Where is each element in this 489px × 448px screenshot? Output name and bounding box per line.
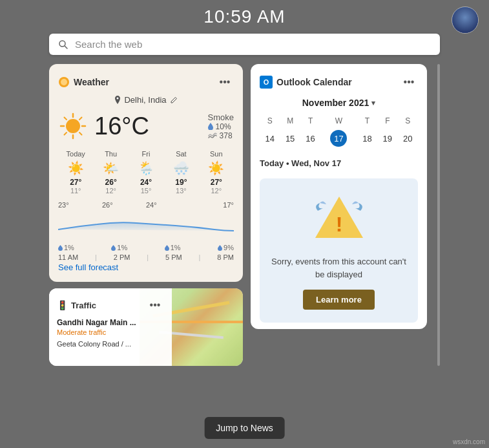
cal-day-16[interactable]: 16 bbox=[300, 127, 320, 149]
humidity-row: 10% bbox=[208, 122, 234, 131]
weather-temperature: 16°C bbox=[94, 112, 149, 140]
svg-line-13 bbox=[65, 133, 67, 135]
calendar-error-icon: ! bbox=[310, 191, 368, 246]
forecast-sun: Sun ☀️ 27° 12° bbox=[199, 150, 234, 195]
traffic-card: 🚦 Traffic ••• Gandhi Nagar Main ... Mode… bbox=[49, 288, 243, 366]
outlook-card: O Outlook Calendar ••• November 2021 ▾ S… bbox=[251, 64, 427, 329]
humidity-value: 10% bbox=[216, 122, 231, 131]
traffic-title-row: 🚦 Traffic ••• bbox=[57, 296, 164, 314]
cal-header-w: W bbox=[320, 114, 357, 127]
weather-location: Delhi, India bbox=[58, 95, 234, 105]
rain-icon bbox=[111, 245, 116, 251]
left-column: Weather ••• Delhi, India bbox=[49, 64, 243, 366]
forecast-fri: Fri 🌦️ 24° 15° bbox=[129, 150, 163, 195]
weather-more-button[interactable]: ••• bbox=[216, 73, 234, 91]
aqi-row: 378 bbox=[208, 131, 234, 140]
cal-day-15[interactable]: 15 bbox=[280, 127, 300, 149]
forecast-sat: Sat 🌨️ 19° 13° bbox=[163, 150, 198, 195]
traffic-icon: 🚦 bbox=[57, 300, 68, 310]
time-row: 11 AM | 2 PM | 5 PM | 8 PM bbox=[58, 253, 234, 261]
outlook-header: O Outlook Calendar ••• bbox=[260, 73, 418, 91]
cal-header-t2: T bbox=[357, 114, 377, 127]
traffic-title: Traffic bbox=[71, 301, 96, 310]
avatar-inner bbox=[452, 7, 478, 33]
svg-point-3 bbox=[61, 79, 67, 85]
road2-name: Geeta Colony Road / ... bbox=[57, 340, 164, 348]
forecast-today: Today ☀️ 27° 11° bbox=[58, 150, 93, 195]
cal-header-m: M bbox=[280, 114, 300, 127]
rain-drop-icon bbox=[208, 123, 213, 130]
rain-icon bbox=[165, 245, 169, 251]
chart-labels: 23° 26° 24° 17° bbox=[58, 201, 234, 209]
forecast-thu: Thu 🌤️ 26° 12° bbox=[93, 150, 128, 195]
scrollbar-divider bbox=[437, 64, 440, 366]
cal-day-17-today[interactable]: 17 bbox=[320, 127, 357, 149]
avatar[interactable] bbox=[452, 6, 479, 34]
calendar-error-text: Sorry, events from this account can't be… bbox=[270, 255, 408, 281]
calendar-week-row: 14 15 16 17 18 19 20 bbox=[260, 127, 418, 149]
cal-header-s: S bbox=[260, 114, 280, 127]
aqi-value: 378 bbox=[220, 131, 233, 140]
edit-icon[interactable] bbox=[170, 96, 178, 104]
error-icon-wrap: ! bbox=[270, 191, 408, 246]
cal-header-t1: T bbox=[300, 114, 320, 127]
cal-day-14[interactable]: 14 bbox=[260, 127, 280, 149]
smoke-label: Smoke bbox=[208, 112, 234, 122]
see-full-forecast-link[interactable]: See full forecast bbox=[58, 262, 118, 272]
svg-line-11 bbox=[79, 133, 82, 135]
svg-point-4 bbox=[117, 98, 119, 100]
outlook-title-row: O Outlook Calendar bbox=[260, 76, 352, 89]
cal-header-f: F bbox=[377, 114, 397, 127]
right-column: O Outlook Calendar ••• November 2021 ▾ S… bbox=[251, 64, 427, 366]
svg-point-0 bbox=[59, 41, 65, 47]
forecast-row: Today ☀️ 27° 11° Thu 🌤️ 26° 12° Fri 🌦️ 2… bbox=[58, 150, 234, 195]
calendar-error-area: ! Sorry, events from this account can't … bbox=[260, 178, 418, 323]
search-bar[interactable]: Search the web bbox=[49, 34, 440, 55]
traffic-more-button[interactable]: ••• bbox=[146, 296, 164, 314]
watermark: wsxdn.com bbox=[453, 438, 485, 445]
search-bar-wrap: Search the web bbox=[0, 34, 489, 64]
time-display: 10:59 AM bbox=[203, 6, 285, 27]
sun-icon bbox=[58, 111, 88, 141]
rain-row: 1% 1% 1% 9% bbox=[58, 244, 234, 251]
svg-line-1 bbox=[65, 46, 68, 48]
traffic-content: 🚦 Traffic ••• Gandhi Nagar Main ... Mode… bbox=[49, 288, 172, 366]
smoke-icon bbox=[208, 133, 217, 139]
svg-text:!: ! bbox=[335, 213, 342, 236]
weather-title: Weather bbox=[74, 77, 109, 87]
outlook-logo: O bbox=[260, 76, 273, 89]
widgets-area: Weather ••• Delhi, India bbox=[0, 64, 489, 366]
outlook-more-button[interactable]: ••• bbox=[400, 73, 418, 91]
top-bar: 10:59 AM bbox=[0, 0, 489, 34]
weather-app-icon bbox=[58, 76, 70, 88]
road1-name: Gandhi Nagar Main ... bbox=[57, 318, 164, 327]
rain-icon bbox=[58, 245, 63, 251]
search-placeholder: Search the web bbox=[75, 39, 142, 50]
calendar-grid: S M T W T F S 14 15 16 17 18 bbox=[260, 114, 418, 149]
cal-day-18[interactable]: 18 bbox=[357, 127, 377, 149]
weather-card: Weather ••• Delhi, India bbox=[49, 64, 243, 282]
weather-main: 16°C Smoke 10% 378 bbox=[58, 111, 234, 141]
temperature-chart: 23° 26° 24° 17° bbox=[58, 201, 234, 240]
outlook-title: Outlook Calendar bbox=[276, 77, 352, 87]
month-dropdown-icon[interactable]: ▾ bbox=[371, 99, 375, 107]
learn-more-button[interactable]: Learn more bbox=[303, 290, 375, 310]
cal-header-s2: S bbox=[398, 114, 418, 127]
calendar-month: November 2021 ▾ bbox=[260, 98, 418, 108]
jump-to-news-button[interactable]: Jump to News bbox=[204, 417, 285, 439]
weather-title-row: Weather bbox=[58, 76, 109, 88]
road1-status: Moderate traffic bbox=[57, 328, 164, 336]
chart-svg bbox=[58, 210, 234, 235]
weather-smoke-info: Smoke 10% 378 bbox=[208, 112, 234, 140]
rain-icon bbox=[218, 245, 222, 251]
weather-card-header: Weather ••• bbox=[58, 73, 234, 91]
cal-day-20[interactable]: 20 bbox=[398, 127, 418, 149]
location-icon bbox=[114, 96, 121, 104]
today-label: Today • Wed, Nov 17 bbox=[260, 158, 418, 168]
svg-point-5 bbox=[66, 119, 80, 133]
svg-line-12 bbox=[79, 118, 82, 120]
location-text: Delhi, India bbox=[124, 95, 166, 105]
cal-day-19[interactable]: 19 bbox=[377, 127, 397, 149]
search-icon bbox=[58, 39, 68, 50]
svg-line-10 bbox=[65, 118, 67, 120]
